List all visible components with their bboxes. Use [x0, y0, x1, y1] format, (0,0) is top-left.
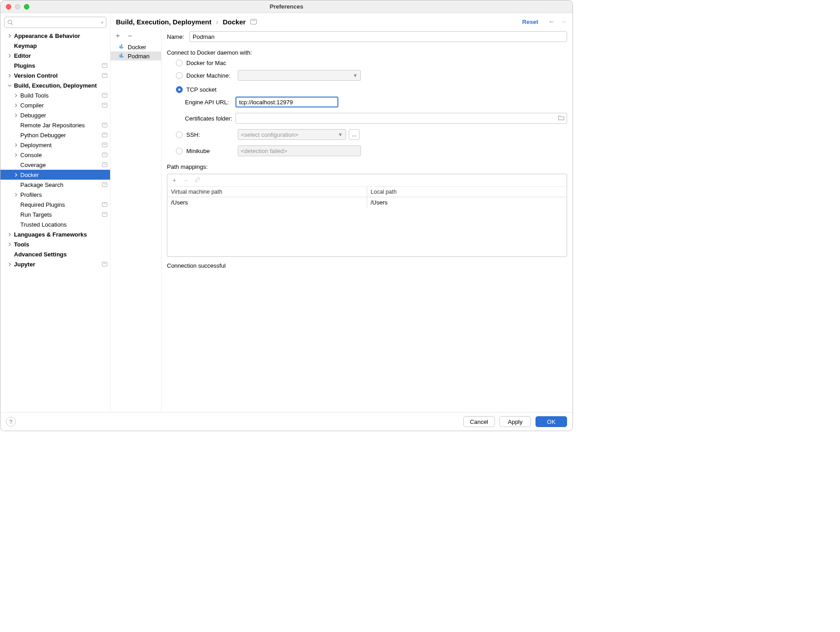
svg-rect-7: [121, 53, 122, 55]
remove-mapping-button[interactable]: −: [184, 177, 188, 184]
chevron-right-icon[interactable]: [13, 152, 18, 158]
connect-section-label: Connect to Docker daemon with:: [167, 49, 567, 56]
project-indicator-icon: [102, 93, 107, 98]
radio-minikube[interactable]: [176, 148, 183, 154]
chevron-right-icon[interactable]: [7, 261, 12, 267]
project-indicator-icon: [102, 262, 107, 266]
sidebar-item-advanced-settings[interactable]: Advanced Settings: [0, 249, 110, 259]
chevron-right-icon[interactable]: [7, 33, 12, 38]
sidebar-item-coverage[interactable]: Coverage: [0, 160, 110, 170]
forward-button[interactable]: →: [560, 18, 567, 26]
chevron-right-icon[interactable]: [13, 102, 18, 108]
sidebar-item-debugger[interactable]: Debugger: [0, 110, 110, 120]
add-docker-button[interactable]: ＋: [114, 31, 120, 41]
chevron-down-icon[interactable]: [7, 83, 12, 88]
docker-list-item-podman[interactable]: Podman: [111, 51, 161, 60]
sidebar-item-run-targets[interactable]: Run Targets: [0, 209, 110, 219]
breadcrumb-segment[interactable]: Build, Execution, Deployment: [116, 18, 212, 26]
sidebar-item-label: Build Tools: [20, 92, 100, 99]
chevron-down-icon: ▼: [338, 132, 343, 137]
sidebar-item-label: Profilers: [20, 191, 107, 198]
add-mapping-button[interactable]: ＋: [171, 176, 178, 185]
sidebar-item-deployment[interactable]: Deployment: [0, 140, 110, 150]
breadcrumb: Build, Execution, Deployment › Docker: [116, 18, 518, 26]
cancel-button[interactable]: Cancel: [463, 416, 495, 427]
ssh-config-select[interactable]: <select configuration> ▼: [238, 129, 346, 140]
sidebar-item-python-debugger[interactable]: Python Debugger: [0, 130, 110, 140]
sidebar-item-docker[interactable]: Docker: [0, 170, 110, 180]
apply-button[interactable]: Apply: [499, 416, 531, 427]
sidebar-item-label: Trusted Locations: [20, 221, 107, 228]
sidebar-tree: Appearance & BehaviorKeymapEditorPlugins…: [0, 31, 110, 412]
sidebar-item-label: Plugins: [14, 62, 100, 69]
ok-button[interactable]: OK: [535, 416, 567, 427]
docker-list-item-label: Podman: [128, 53, 149, 60]
chevron-right-icon[interactable]: [7, 232, 12, 237]
docker-list-column: ＋ − DockerPodman: [111, 29, 162, 412]
remove-docker-button[interactable]: −: [127, 32, 133, 40]
sidebar-item-editor[interactable]: Editor: [0, 51, 110, 60]
minikube-status: <detection failed>: [238, 145, 361, 156]
chevron-right-icon[interactable]: [13, 192, 18, 197]
chevron-right-icon[interactable]: [7, 53, 12, 58]
sidebar-item-jupyter[interactable]: Jupyter: [0, 259, 110, 269]
window-title: Preferences: [0, 3, 572, 10]
body: ▾ Appearance & BehaviorKeymapEditorPlugi…: [0, 13, 572, 412]
sidebar-item-tools[interactable]: Tools: [0, 239, 110, 249]
radio-label-ssh: SSH:: [186, 131, 236, 138]
sidebar-item-remote-jar-repositories[interactable]: Remote Jar Repositories: [0, 120, 110, 130]
radio-tcp-socket[interactable]: [176, 86, 183, 93]
mappings-col-vm[interactable]: Virtual machine path: [167, 187, 367, 197]
ssh-config-more-button[interactable]: ...: [349, 129, 360, 140]
sidebar-item-compiler[interactable]: Compiler: [0, 100, 110, 110]
sidebar-item-console[interactable]: Console: [0, 150, 110, 160]
sidebar-item-package-search[interactable]: Package Search: [0, 180, 110, 190]
chevron-right-icon[interactable]: [13, 93, 18, 98]
svg-rect-6: [121, 55, 122, 56]
radio-docker-machine[interactable]: [176, 72, 183, 79]
name-input[interactable]: [189, 31, 567, 42]
sidebar-item-build-tools[interactable]: Build Tools: [0, 90, 110, 100]
sidebar-item-keymap[interactable]: Keymap: [0, 41, 110, 51]
engine-api-url-input[interactable]: [235, 97, 338, 107]
sidebar-item-build-execution-deployment[interactable]: Build, Execution, Deployment: [0, 80, 110, 90]
edit-mapping-button[interactable]: [194, 177, 200, 184]
sidebar-item-version-control[interactable]: Version Control: [0, 70, 110, 80]
breadcrumb-segment[interactable]: Docker: [223, 18, 246, 26]
sidebar-item-profilers[interactable]: Profilers: [0, 190, 110, 200]
radio-docker-for-mac[interactable]: [176, 60, 183, 66]
sidebar-item-appearance-behavior[interactable]: Appearance & Behavior: [0, 31, 110, 41]
chevron-right-icon[interactable]: [7, 242, 12, 247]
sidebar-item-plugins[interactable]: Plugins: [0, 60, 110, 70]
back-button[interactable]: ←: [548, 18, 555, 26]
project-indicator-icon: [102, 133, 107, 137]
docker-machine-select[interactable]: ▼: [238, 70, 361, 81]
svg-rect-5: [120, 55, 121, 56]
mappings-toolbar: ＋ −: [167, 174, 567, 187]
sidebar-item-label: Remote Jar Repositories: [20, 122, 100, 129]
sidebar-item-languages-frameworks[interactable]: Languages & Frameworks: [0, 229, 110, 239]
mapping-row[interactable]: /Users/Users: [167, 197, 567, 208]
sidebar-item-trusted-locations[interactable]: Trusted Locations: [0, 219, 110, 229]
help-button[interactable]: ?: [6, 417, 16, 427]
mappings-col-local[interactable]: Local path: [367, 187, 567, 197]
project-indicator-icon: [102, 63, 107, 68]
search-icon: [7, 19, 13, 25]
folder-icon[interactable]: [558, 115, 564, 122]
chevron-right-icon[interactable]: [7, 73, 12, 78]
sidebar-item-label: Appearance & Behavior: [14, 33, 107, 39]
chevron-right-icon[interactable]: [13, 112, 18, 118]
sidebar-item-label: Required Plugins: [20, 201, 100, 208]
sidebar-item-label: Deployment: [20, 142, 100, 149]
docker-list-toolbar: ＋ −: [111, 29, 161, 42]
docker-list-item-docker[interactable]: Docker: [111, 42, 161, 51]
docker-list: DockerPodman: [111, 42, 161, 412]
chevron-right-icon[interactable]: [13, 172, 18, 177]
radio-ssh[interactable]: [176, 131, 183, 138]
certs-folder-input[interactable]: [235, 113, 567, 124]
search-input[interactable]: [16, 19, 98, 26]
search-field[interactable]: ▾: [4, 17, 106, 28]
reset-link[interactable]: Reset: [522, 19, 538, 25]
sidebar-item-required-plugins[interactable]: Required Plugins: [0, 200, 110, 209]
chevron-right-icon[interactable]: [13, 142, 18, 148]
